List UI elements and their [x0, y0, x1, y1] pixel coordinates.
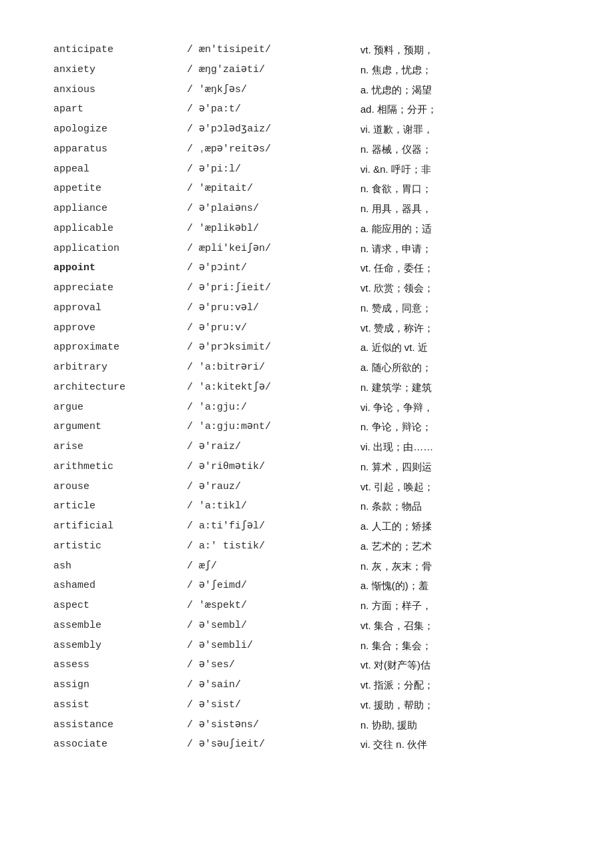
definition-cell: a. 近似的 vt. 近 [360, 338, 561, 358]
table-row: apologize/ ə'pɔlədʒaiz/vi. 道歉，谢罪， [53, 119, 561, 139]
table-row: aspect/ 'æspekt/n. 方面；样子， [53, 596, 561, 616]
phonetic-cell: / ə'sist/ [187, 695, 360, 715]
word-cell: arbitrary [53, 358, 187, 378]
definition-cell: n. 赞成，同意； [360, 298, 561, 318]
definition-cell: vt. 赞成，称许； [360, 318, 561, 338]
table-row: assess/ ə'ses/vt. 对(财产等)估 [53, 655, 561, 675]
word-cell: argue [53, 398, 187, 418]
definition-cell: n. 请求，申请； [360, 239, 561, 259]
table-row: arbitrary/ 'a:bitrəri/a. 随心所欲的； [53, 358, 561, 378]
phonetic-cell: / 'a:gju:mənt/ [187, 417, 360, 437]
definition-cell: n. 灰，灰末；骨 [360, 556, 561, 576]
table-row: appreciate/ ə'pri:ʃieit/vt. 欣赏；领会； [53, 278, 561, 298]
definition-cell: vt. 援助，帮助； [360, 695, 561, 715]
phonetic-cell: / a:ti'fiʃəl/ [187, 516, 360, 536]
definition-cell: ad. 相隔；分开； [360, 99, 561, 119]
word-cell: artistic [53, 536, 187, 556]
phonetic-cell: / ə'raiz/ [187, 437, 360, 457]
table-row: article/ 'a:tikl/n. 条款；物品 [53, 496, 561, 516]
phonetic-cell: / ə'ʃeimd/ [187, 576, 360, 596]
phonetic-cell: / ə'prɔksimit/ [187, 338, 360, 358]
phonetic-cell: / ə'sembl/ [187, 616, 360, 636]
phonetic-cell: / ə'sembli/ [187, 636, 360, 656]
definition-cell: n. 集合；集会； [360, 636, 561, 656]
definition-cell: a. 忧虑的；渴望 [360, 80, 561, 100]
phonetic-cell: / ˌæpə'reitəs/ [187, 139, 360, 159]
phonetic-cell: / ə'rauz/ [187, 477, 360, 497]
phonetic-cell: / ə'riθmətik/ [187, 457, 360, 477]
definition-cell: vi. 道歉，谢罪， [360, 119, 561, 139]
word-cell: apparatus [53, 139, 187, 159]
table-row: artistic/ a:' tistik/a. 艺术的；艺术 [53, 536, 561, 556]
word-cell: anxiety [53, 60, 187, 80]
table-row: ash/ æʃ/n. 灰，灰末；骨 [53, 556, 561, 576]
definition-cell: n. 用具，器具， [360, 199, 561, 219]
table-row: approval/ ə'pru:vəl/n. 赞成，同意； [53, 298, 561, 318]
word-cell: associate [53, 735, 187, 755]
word-cell: approximate [53, 338, 187, 358]
table-row: artificial/ a:ti'fiʃəl/a. 人工的；矫揉 [53, 516, 561, 536]
table-row: argument/ 'a:gju:mənt/n. 争论，辩论； [53, 417, 561, 437]
word-cell: appliance [53, 199, 187, 219]
word-cell: application [53, 239, 187, 259]
word-cell: aspect [53, 596, 187, 616]
table-row: ashamed/ ə'ʃeimd/a. 惭愧(的)；羞 [53, 576, 561, 596]
table-row: arouse/ ə'rauz/vt. 引起，唤起； [53, 477, 561, 497]
table-row: application/ æpli'keiʃən/n. 请求，申请； [53, 239, 561, 259]
phonetic-cell: / 'a:bitrəri/ [187, 358, 360, 378]
phonetic-cell: / ə'plaiəns/ [187, 199, 360, 219]
table-row: assign/ ə'sain/vt. 指派；分配； [53, 675, 561, 695]
table-row: anticipate/ æn'tisipeit/vt. 预料，预期， [53, 40, 561, 60]
word-cell: arise [53, 437, 187, 457]
word-cell: appetite [53, 179, 187, 199]
definition-cell: vt. 集合，召集； [360, 616, 561, 636]
definition-cell: n. 方面；样子， [360, 596, 561, 616]
phonetic-cell: / 'a:tikl/ [187, 496, 360, 516]
dictionary-table: anticipate/ æn'tisipeit/vt. 预料，预期，anxiet… [53, 40, 561, 755]
word-cell: ash [53, 556, 187, 576]
word-cell: anticipate [53, 40, 187, 60]
table-row: anxious/ 'æŋkʃəs/a. 忧虑的；渴望 [53, 80, 561, 100]
table-row: appoint/ ə'pɔint/vt. 任命，委任； [53, 258, 561, 278]
definition-cell: n. 争论，辩论； [360, 417, 561, 437]
word-cell: ashamed [53, 576, 187, 596]
definition-cell: vt. 预料，预期， [360, 40, 561, 60]
word-cell: apologize [53, 119, 187, 139]
word-cell: artificial [53, 516, 187, 536]
table-row: apparatus/ ˌæpə'reitəs/n. 器械，仪器； [53, 139, 561, 159]
phonetic-cell: / ə'səuʃieit/ [187, 735, 360, 755]
definition-cell: vi. 争论，争辩， [360, 398, 561, 418]
word-cell: appoint [53, 258, 187, 278]
word-cell: applicable [53, 219, 187, 239]
definition-cell: a. 随心所欲的； [360, 358, 561, 378]
word-cell: assistance [53, 715, 187, 735]
table-row: assemble/ ə'sembl/vt. 集合，召集； [53, 616, 561, 636]
phonetic-cell: / ə'pru:v/ [187, 318, 360, 338]
phonetic-cell: / 'æspekt/ [187, 596, 360, 616]
table-row: appliance/ ə'plaiəns/n. 用具，器具， [53, 199, 561, 219]
word-cell: approval [53, 298, 187, 318]
word-cell: assist [53, 695, 187, 715]
table-row: assistance/ ə'sistəns/n. 协助, 援助 [53, 715, 561, 735]
table-row: appetite/ 'æpitait/n. 食欲，胃口； [53, 179, 561, 199]
definition-cell: a. 惭愧(的)；羞 [360, 576, 561, 596]
word-cell: appreciate [53, 278, 187, 298]
phonetic-cell: / ə'ses/ [187, 655, 360, 675]
phonetic-cell: / 'a:gju:/ [187, 398, 360, 418]
word-cell: assembly [53, 636, 187, 656]
word-cell: article [53, 496, 187, 516]
table-row: approximate/ ə'prɔksimit/a. 近似的 vt. 近 [53, 338, 561, 358]
word-cell: assemble [53, 616, 187, 636]
word-cell: appeal [53, 159, 187, 179]
phonetic-cell: / 'æpitait/ [187, 179, 360, 199]
phonetic-cell: / a:' tistik/ [187, 536, 360, 556]
definition-cell: n. 算术，四则运 [360, 457, 561, 477]
phonetic-cell: / ə'pa:t/ [187, 99, 360, 119]
phonetic-cell: / æʃ/ [187, 556, 360, 576]
definition-cell: vt. 引起，唤起； [360, 477, 561, 497]
table-row: apart/ ə'pa:t/ad. 相隔；分开； [53, 99, 561, 119]
phonetic-cell: / ə'pɔint/ [187, 258, 360, 278]
table-row: assembly/ ə'sembli/n. 集合；集会； [53, 636, 561, 656]
definition-cell: vi. &n. 呼吁；非 [360, 159, 561, 179]
phonetic-cell: / 'a:kitektʃə/ [187, 378, 360, 398]
